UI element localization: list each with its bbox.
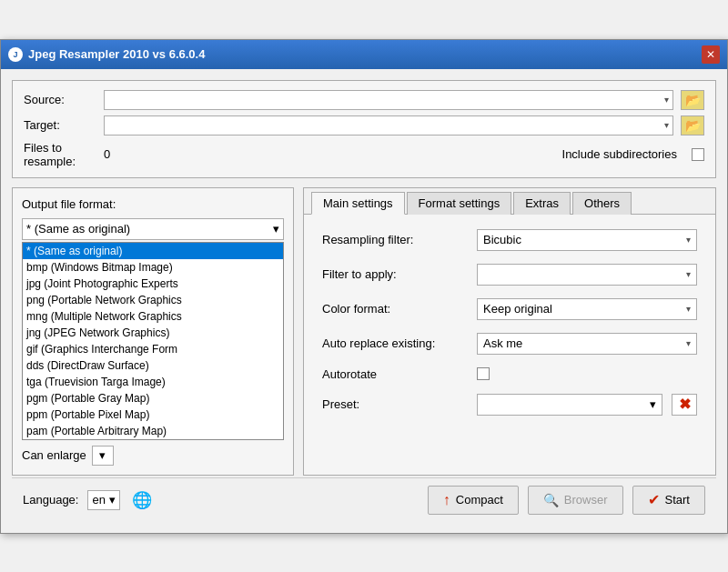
include-subdirectories-checkbox[interactable]	[692, 148, 704, 161]
title-bar: J Jpeg Resampler 2010 vs 6.6.0.4 ✕	[1, 40, 727, 69]
preset-select[interactable]: ▾	[477, 394, 662, 416]
preset-arrow-icon: ▾	[650, 397, 656, 411]
window-title: Jpeg Resampler 2010 vs 6.6.0.4	[28, 47, 205, 61]
list-item[interactable]: jpg (Joint Photographic Experts	[23, 276, 283, 292]
auto-replace-value: Ask me	[483, 336, 522, 350]
content-area: Source: ▾ 📂 Target: ▾ 📂	[1, 69, 727, 533]
source-folder-icon: 📂	[685, 93, 701, 107]
target-row: Target: ▾ 📂	[24, 115, 704, 135]
list-item[interactable]: gif (Graphics Interchange Form	[23, 341, 283, 357]
right-panel: Main settings Format settings Extras Oth…	[303, 187, 716, 476]
compact-button[interactable]: ↑ Compact	[428, 486, 519, 515]
target-label: Target:	[24, 118, 96, 132]
can-enlarge-label: Can enlarge	[22, 448, 86, 462]
can-enlarge-row: Can enlarge ▾	[22, 446, 284, 466]
browser-button[interactable]: 🔍 Browser	[528, 486, 623, 515]
format-dropdown-list[interactable]: * (Same as original) bmp (Windows Bitmap…	[22, 242, 284, 440]
bottom-bar: Language: en ▾ 🌐 ↑ Compact 🔍 Browser ✔ S…	[12, 477, 716, 522]
format-select-arrow-icon: ▾	[273, 222, 279, 236]
color-format-arrow-icon: ▾	[686, 304, 691, 314]
close-button[interactable]: ✕	[702, 45, 720, 64]
source-arrow-icon: ▾	[664, 95, 669, 105]
resampling-filter-row: Resampling filter: Bicubic ▾	[322, 229, 697, 251]
autorotate-checkbox[interactable]	[477, 367, 490, 380]
start-label: Start	[665, 493, 690, 507]
resampling-filter-arrow-icon: ▾	[686, 235, 691, 245]
list-item[interactable]: pgm (Portable Gray Map)	[23, 390, 283, 406]
format-label: Output file format:	[22, 197, 284, 211]
list-item[interactable]: tga (Truevision Targa Image)	[23, 374, 283, 390]
filter-apply-arrow-icon: ▾	[686, 269, 691, 279]
format-select[interactable]: * (Same as original) ▾	[22, 218, 284, 240]
globe-icon: 🌐	[132, 490, 152, 510]
language-select[interactable]: en ▾	[87, 490, 119, 510]
language-value: en	[92, 493, 105, 507]
delete-icon: ✖	[679, 396, 691, 413]
language-arrow-icon: ▾	[109, 493, 116, 507]
app-icon: J	[8, 47, 23, 62]
resampling-filter-value: Bicubic	[483, 233, 521, 246]
color-format-value: Keep original	[483, 302, 552, 316]
compact-arrow-icon: ↑	[443, 492, 450, 508]
format-select-value: * (Same as original)	[26, 222, 130, 236]
tab-extras[interactable]: Extras	[513, 192, 571, 215]
autorotate-row: Autorotate	[322, 367, 697, 381]
resampling-filter-select[interactable]: Bicubic ▾	[477, 229, 697, 251]
language-label: Language:	[23, 493, 78, 507]
preset-label: Preset:	[322, 397, 468, 411]
auto-replace-row: Auto replace existing: Ask me ▾	[322, 333, 697, 355]
target-folder-icon: 📂	[685, 118, 701, 133]
source-row: Source: ▾ 📂	[24, 90, 704, 110]
list-item[interactable]: png (Portable Network Graphics	[23, 292, 283, 308]
color-format-select[interactable]: Keep original ▾	[477, 298, 697, 320]
start-button[interactable]: ✔ Start	[632, 486, 705, 515]
filter-apply-row: Filter to apply: ▾	[322, 264, 697, 286]
auto-replace-label: Auto replace existing:	[322, 336, 468, 350]
list-item[interactable]: jng (JPEG Network Graphics)	[23, 325, 283, 341]
tab-content-main: Resampling filter: Bicubic ▾ Filter to a…	[304, 215, 715, 475]
target-select[interactable]: ▾	[104, 115, 673, 135]
autorotate-label: Autorotate	[322, 367, 468, 381]
tabs: Main settings Format settings Extras Oth…	[304, 188, 715, 215]
start-check-icon: ✔	[648, 491, 660, 508]
filter-apply-select[interactable]: ▾	[477, 264, 697, 286]
can-enlarge-select[interactable]: ▾	[92, 446, 114, 466]
files-row: Files to resample: 0 Include subdirector…	[24, 141, 704, 168]
top-section: Source: ▾ 📂 Target: ▾ 📂	[12, 80, 716, 178]
source-folder-button[interactable]: 📂	[681, 90, 704, 110]
resampling-filter-label: Resampling filter:	[322, 233, 468, 246]
target-arrow-icon: ▾	[664, 120, 669, 130]
list-item[interactable]: bmp (Windows Bitmap Image)	[23, 259, 283, 276]
source-select[interactable]: ▾	[104, 90, 673, 110]
browser-label: Browser	[564, 493, 608, 507]
left-panel: Output file format: * (Same as original)…	[12, 187, 294, 476]
list-item[interactable]: ppm (Portable Pixel Map)	[23, 406, 283, 423]
tab-others[interactable]: Others	[572, 192, 632, 215]
tab-main-settings[interactable]: Main settings	[311, 192, 405, 215]
color-format-row: Color format: Keep original ▾	[322, 298, 697, 320]
auto-replace-select[interactable]: Ask me ▾	[477, 333, 697, 355]
can-enlarge-arrow-icon: ▾	[99, 448, 106, 462]
bottom-section: Output file format: * (Same as original)…	[12, 187, 716, 476]
auto-replace-arrow-icon: ▾	[686, 338, 691, 348]
list-item[interactable]: mng (Multiple Network Graphics	[23, 308, 283, 325]
target-folder-button[interactable]: 📂	[681, 115, 704, 135]
title-bar-left: J Jpeg Resampler 2010 vs 6.6.0.4	[8, 47, 205, 62]
browser-search-icon: 🔍	[543, 493, 559, 507]
list-item[interactable]: pam (Portable Arbitrary Map)	[23, 423, 283, 439]
color-format-label: Color format:	[322, 302, 468, 316]
filter-apply-label: Filter to apply:	[322, 267, 468, 281]
compact-label: Compact	[456, 493, 503, 507]
globe-button[interactable]: 🌐	[129, 487, 155, 513]
preset-row: Preset: ▾ ✖	[322, 394, 697, 416]
main-window: J Jpeg Resampler 2010 vs 6.6.0.4 ✕ Sourc…	[0, 39, 728, 534]
tab-format-settings[interactable]: Format settings	[407, 192, 512, 215]
files-count: 0	[104, 147, 131, 161]
files-label: Files to resample:	[24, 141, 96, 168]
include-label: Include subdirectories	[562, 147, 677, 161]
source-label: Source:	[24, 93, 96, 106]
list-item[interactable]: dds (DirectDraw Surface)	[23, 357, 283, 374]
preset-delete-button[interactable]: ✖	[672, 394, 697, 416]
list-item[interactable]: * (Same as original)	[23, 243, 283, 259]
